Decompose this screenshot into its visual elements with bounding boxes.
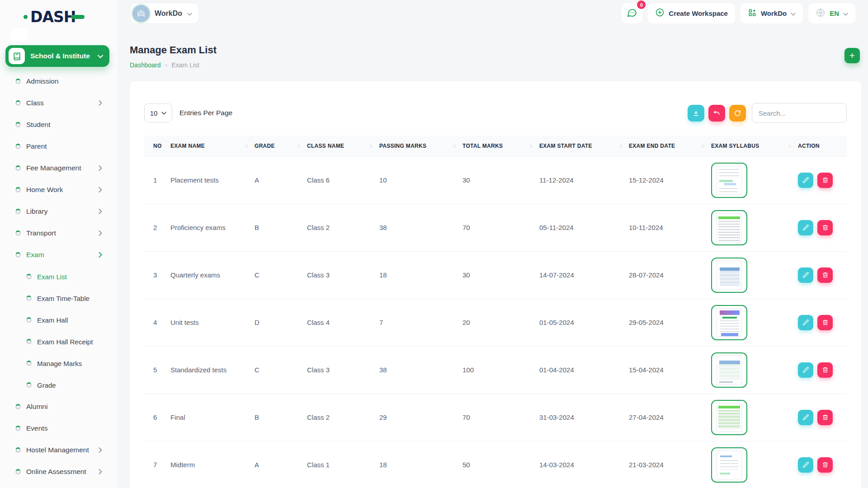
add-exam-button[interactable]: +: [844, 48, 860, 63]
sort-icon[interactable]: ↑↓: [369, 143, 372, 148]
syllabus-thumbnail[interactable]: [711, 447, 747, 483]
delete-button[interactable]: [817, 315, 833, 330]
create-workspace-label: Create Workspace: [669, 9, 728, 17]
cell-total-marks: 70: [462, 394, 539, 441]
syllabus-doc-preview: [717, 403, 742, 432]
col-class-name[interactable]: CLASS NAME↑↓: [307, 136, 379, 156]
edit-button[interactable]: [798, 267, 813, 283]
sidebar-subitem-label: Exam List: [37, 273, 102, 281]
sort-icon[interactable]: ↑↓: [788, 143, 791, 148]
sort-icon[interactable]: ↑↓: [297, 143, 300, 148]
sidebar-item-online-assessment[interactable]: Online Assessment: [0, 461, 118, 483]
table-toolbar: 10 Entries Per Page: [144, 103, 847, 123]
sidebar-item-events[interactable]: Events: [0, 418, 118, 439]
bullet-icon: [26, 296, 32, 301]
sidebar-item-exam-hall[interactable]: Exam Hall: [0, 309, 118, 331]
sidebar-item-class[interactable]: Class: [0, 92, 118, 114]
syllabus-thumbnail[interactable]: [711, 352, 747, 388]
sidebar-item-exam-list[interactable]: Exam List: [0, 266, 118, 287]
sort-icon[interactable]: ↑↓: [529, 143, 532, 148]
sidebar-item-alumni[interactable]: Alumni: [0, 396, 118, 418]
edit-button[interactable]: [798, 220, 813, 235]
sort-icon[interactable]: ↑↓: [701, 143, 704, 148]
sidebar-nav: Admission Class Student Parent Fee Manag…: [0, 70, 118, 483]
col-exam-syllabus[interactable]: EXAM SYLLABUS↑↓: [711, 136, 798, 156]
syllabus-thumbnail[interactable]: [711, 400, 747, 435]
syllabus-thumbnail[interactable]: [711, 258, 747, 293]
delete-button[interactable]: [817, 457, 833, 473]
delete-button[interactable]: [817, 173, 833, 188]
delete-button[interactable]: [817, 362, 833, 378]
cell-exam-name: Proficiency exams: [170, 204, 255, 251]
syllabus-thumbnail[interactable]: [711, 210, 747, 245]
edit-button[interactable]: [798, 457, 813, 473]
syllabus-thumbnail[interactable]: [711, 305, 747, 340]
sidebar-item-manage-marks[interactable]: Manage Marks: [0, 352, 118, 374]
syllabus-doc-preview: [717, 261, 742, 290]
workdo-menu-button[interactable]: WorkDo: [741, 3, 803, 23]
sort-icon[interactable]: ↑↓: [619, 143, 622, 148]
sidebar-item-transport[interactable]: Transport: [0, 222, 118, 244]
refresh-button[interactable]: [729, 105, 746, 122]
sidebar-subitem-label: Exam Hall: [37, 316, 102, 324]
sidebar-item-student[interactable]: Student: [0, 114, 118, 136]
cell-passing-marks: 18: [379, 251, 462, 299]
reset-button[interactable]: [708, 105, 725, 122]
edit-button[interactable]: [798, 315, 813, 330]
delete-button[interactable]: [817, 410, 833, 425]
sidebar-item-grade[interactable]: Grade: [0, 374, 118, 396]
sidebar-notch: [10, 28, 27, 41]
sidebar-item-parent[interactable]: Parent: [0, 136, 118, 157]
col-exam-end-date[interactable]: EXAM END DATE↑↓: [629, 136, 711, 156]
sidebar-item-hostel-management[interactable]: Hostel Management: [0, 439, 118, 461]
sidebar-item-library[interactable]: Library: [0, 201, 118, 222]
cell-end-date: 28-07-2024: [629, 251, 711, 299]
create-workspace-button[interactable]: Create Workspace: [648, 3, 735, 23]
cell-total-marks: 100: [462, 346, 539, 394]
syllabus-doc-preview: [717, 213, 742, 242]
sidebar-item-exam-time-table[interactable]: Exam Time-Table: [0, 287, 118, 309]
col-total-marks[interactable]: TOTAL MARKS↑↓: [462, 136, 539, 156]
language-selector[interactable]: EN: [808, 3, 855, 23]
delete-button[interactable]: [817, 220, 833, 235]
syllabus-thumbnail[interactable]: [711, 163, 747, 198]
edit-button[interactable]: [798, 362, 813, 378]
export-button[interactable]: [688, 105, 704, 122]
search-input[interactable]: [752, 103, 847, 123]
sidebar-section-school-institute[interactable]: School & Institute: [5, 45, 109, 67]
sidebar-item-exam-hall-receipt[interactable]: Exam Hall Receipt: [0, 331, 118, 352]
sidebar-item-fee-management[interactable]: Fee Management: [0, 157, 118, 179]
logo-dash: [71, 15, 85, 19]
edit-button[interactable]: [798, 410, 813, 425]
cell-end-date: 27-04-2024: [629, 394, 711, 441]
language-label: EN: [830, 9, 839, 17]
sidebar-item-exam[interactable]: Exam: [0, 244, 118, 266]
sort-icon[interactable]: ↑↓: [245, 143, 247, 148]
col-exam-name[interactable]: EXAM NAME↑↓: [170, 136, 255, 156]
bullet-icon: [15, 79, 21, 84]
chat-badge: 0: [637, 0, 646, 9]
chevron-down-icon: [98, 52, 103, 60]
sidebar-item-home-work[interactable]: Home Work: [0, 179, 118, 201]
entries-per-page-select[interactable]: 10: [144, 103, 172, 122]
download-icon: [692, 109, 700, 117]
cell-class-name: Class 6: [307, 156, 379, 204]
cell-start-date: 11-12-2024: [539, 156, 629, 204]
col-exam-start-date[interactable]: EXAM START DATE↑↓: [539, 136, 629, 156]
bullet-icon: [15, 404, 21, 409]
edit-button[interactable]: [798, 173, 813, 188]
col-grade[interactable]: GRADE↑↓: [255, 136, 307, 156]
trash-icon: [822, 319, 829, 326]
trash-icon: [822, 224, 829, 231]
sort-icon[interactable]: ↑↓: [453, 143, 455, 148]
col-passing-marks[interactable]: PASSING MARKS↑↓: [379, 136, 462, 156]
delete-button[interactable]: [817, 267, 833, 283]
sidebar-item-admission[interactable]: Admission: [0, 70, 118, 92]
brand-logo[interactable]: DASH: [24, 8, 85, 26]
breadcrumb-dashboard-link[interactable]: Dashboard: [130, 61, 161, 69]
exam-list-card: 10 Entries Per Page NO EXAM NAME↑↓ GRADE…: [130, 81, 861, 488]
bullet-icon: [15, 252, 21, 258]
cell-no: 7: [144, 441, 170, 488]
messages-button[interactable]: 0: [622, 3, 642, 23]
workspace-selector[interactable]: WorkDo: [130, 3, 199, 24]
